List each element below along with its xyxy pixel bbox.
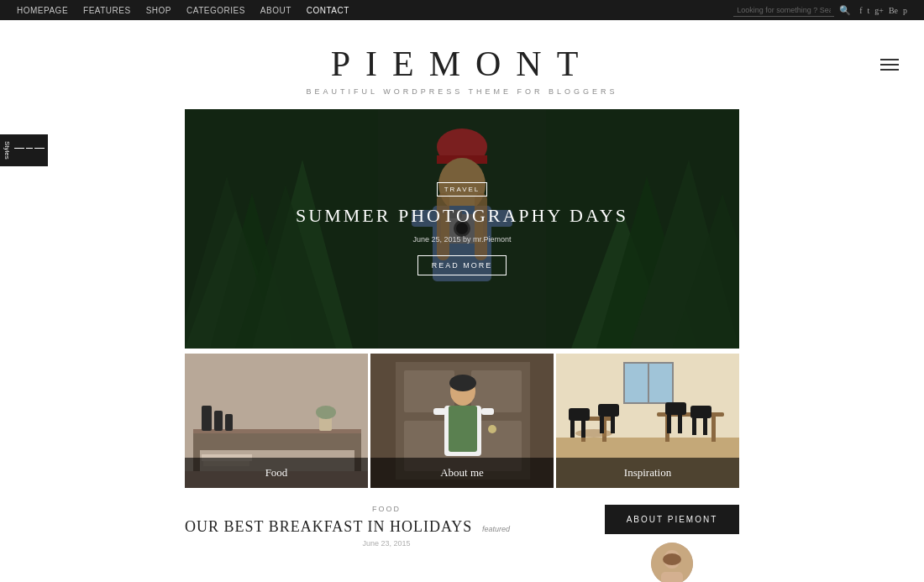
category-grid: Food About me [185, 354, 739, 488]
svg-rect-75 [692, 418, 696, 435]
hero-background: TRAVEL SUMMER PHOTOGRAPHY DAYS June 25, … [185, 109, 739, 349]
site-logo: PIEMONT [17, 44, 907, 84]
facebook-icon[interactable]: f [859, 6, 862, 15]
nav-homepage[interactable]: HOMEPAGE [17, 6, 68, 15]
grid-food-label: Food [185, 458, 368, 488]
svg-rect-64 [711, 417, 716, 442]
grid-about-label: About me [370, 458, 554, 488]
nav-about[interactable]: ABOUT [260, 6, 291, 15]
behance-icon[interactable]: Be [889, 6, 898, 15]
nav-categories[interactable]: CATEGORIES [186, 6, 245, 15]
search-input[interactable] [733, 4, 834, 17]
hero-date: June 25, 2015 by mr.Piemont [412, 235, 511, 244]
svg-point-42 [488, 425, 496, 433]
blog-sidebar: ABOUT PIEMONT [605, 505, 739, 582]
grid-item-about[interactable]: About me [370, 354, 554, 488]
blog-main: FOOD OUR BEST BREAKFAST IN HOLIDAYS feat… [185, 505, 588, 582]
nav-features[interactable]: FEATURES [83, 6, 131, 15]
search-bar: 🔍 [733, 4, 851, 17]
top-navigation: HOMEPAGE FEATURES SHOP CATEGORIES ABOUT … [0, 0, 924, 20]
svg-rect-73 [678, 415, 682, 433]
site-tagline: BEAUTIFUL WORDPRESS THEME FOR BLOGGERS [17, 87, 907, 96]
about-piemont-button[interactable]: ABOUT PIEMONT [605, 505, 739, 534]
pinterest-icon[interactable]: p [903, 6, 907, 15]
svg-rect-28 [214, 411, 223, 431]
site-header: PIEMONT BEAUTIFUL WORDPRESS THEME FOR BL… [0, 20, 924, 109]
googleplus-icon[interactable]: g+ [874, 6, 884, 15]
svg-point-31 [316, 406, 336, 419]
blog-post-title: OUR BEST BREAKFAST IN HOLIDAYS featured [185, 518, 588, 536]
svg-rect-27 [202, 406, 212, 431]
avatar-svg [651, 543, 693, 582]
svg-rect-66 [570, 421, 575, 438]
hero-read-more-button[interactable]: READ MORE [417, 255, 507, 275]
featured-badge: featured [482, 525, 510, 533]
svg-rect-26 [193, 433, 361, 450]
svg-rect-71 [665, 402, 686, 415]
hero-category-badge: TRAVEL [437, 182, 488, 197]
svg-rect-55 [672, 362, 674, 404]
hamburger-menu-icon[interactable] [880, 59, 899, 71]
svg-rect-72 [667, 415, 671, 433]
avatar [651, 543, 693, 582]
hero-section: TRAVEL SUMMER PHOTOGRAPHY DAYS June 25, … [185, 109, 739, 349]
nav-contact[interactable]: CONTACT [307, 6, 349, 15]
blog-post-date: June 23, 2015 [185, 539, 588, 548]
svg-rect-74 [690, 406, 711, 418]
svg-rect-56 [648, 362, 649, 404]
nav-links: HOMEPAGE FEATURES SHOP CATEGORIES ABOUT … [17, 6, 349, 15]
svg-rect-29 [225, 414, 233, 431]
svg-point-44 [449, 375, 476, 391]
svg-rect-48 [481, 408, 494, 415]
svg-rect-70 [611, 417, 615, 433]
grid-item-inspiration[interactable]: Inspiration [556, 354, 739, 488]
nav-right: 🔍 f t g+ Be p [733, 4, 907, 17]
nav-shop[interactable]: SHOP [146, 6, 171, 15]
svg-rect-69 [600, 417, 604, 433]
svg-rect-47 [433, 408, 446, 415]
svg-rect-80 [661, 572, 683, 582]
blog-category-link[interactable]: FOOD [185, 505, 588, 513]
social-icons: f t g+ Be p [859, 6, 907, 15]
blog-section: FOOD OUR BEST BREAKFAST IN HOLIDAYS feat… [185, 488, 739, 582]
svg-rect-46 [449, 406, 477, 452]
grid-item-food[interactable]: Food [185, 354, 368, 488]
hero-overlay: TRAVEL SUMMER PHOTOGRAPHY DAYS June 25, … [185, 109, 739, 349]
hero-title: SUMMER PHOTOGRAPHY DAYS [296, 205, 628, 227]
svg-rect-65 [569, 408, 590, 421]
svg-rect-76 [703, 418, 707, 435]
svg-rect-68 [598, 404, 619, 417]
svg-rect-67 [581, 421, 585, 438]
styles-label: Styles [3, 141, 11, 160]
search-icon[interactable]: 🔍 [839, 5, 851, 16]
twitter-icon[interactable]: t [867, 6, 869, 15]
styles-icon [14, 148, 45, 149]
styles-button[interactable]: Styles [0, 134, 48, 166]
svg-point-61 [575, 429, 612, 438]
svg-rect-54 [623, 362, 625, 404]
svg-point-79 [663, 553, 681, 565]
grid-inspiration-label: Inspiration [556, 458, 739, 488]
